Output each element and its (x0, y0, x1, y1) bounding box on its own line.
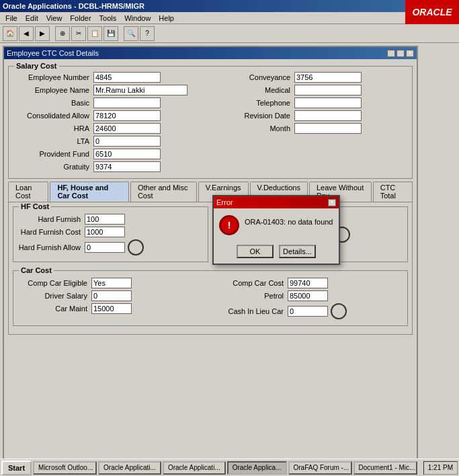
tab-hf-house-car[interactable]: HF, House and Car Cost (50, 182, 129, 202)
hra-input[interactable] (93, 123, 161, 134)
gratuity-input[interactable] (93, 161, 161, 172)
car-maint-row: Car Maint (17, 303, 207, 314)
telephone-input[interactable] (294, 97, 362, 108)
menu-edit[interactable]: Edit (22, 13, 42, 23)
start-button[interactable]: Start (1, 461, 32, 475)
taskbar-item-0[interactable]: Microsoft Outloo... (33, 461, 97, 475)
left-col: Employee Number Employee Name Basic Cons… (13, 72, 207, 174)
hra-label: HRA (13, 124, 93, 132)
lta-input[interactable] (93, 136, 161, 147)
menu-help[interactable]: Help (155, 13, 178, 23)
car-maint-input[interactable] (91, 303, 132, 314)
comp-car-eligible-label: Comp Car Eligible (17, 279, 91, 287)
medical-input[interactable] (294, 85, 362, 95)
menu-window[interactable]: Window (120, 13, 155, 23)
taskbar-item-2[interactable]: Oracle Applicati... (163, 461, 226, 475)
menu-view[interactable]: View (42, 13, 67, 23)
hard-furnish-cost-input[interactable] (85, 227, 125, 237)
cash-in-lieu-car-input[interactable] (288, 306, 328, 317)
hard-furnish-allow-input[interactable] (85, 242, 125, 253)
menu-file[interactable]: File (1, 13, 22, 23)
driver-salary-input[interactable] (91, 290, 132, 301)
conveyance-input[interactable] (294, 72, 362, 83)
taskbar-item-1[interactable]: Oracle Applicati... (98, 461, 161, 475)
lta-label: LTA (13, 137, 93, 145)
telephone-row: Telephone (214, 97, 408, 108)
taskbar-item-label-3: Oracle Applica... (233, 464, 282, 471)
revision-date-row: Revision Date (214, 110, 408, 121)
tab-ctc-total[interactable]: CTC Total (373, 182, 413, 202)
taskbar-item-label-5: Document1 - Mic... (359, 464, 415, 471)
window-title-text: Employee CTC Cost Details (7, 49, 99, 57)
employee-number-label: Employee Number (13, 73, 93, 81)
hard-furnish-cost-row: Hard Furnish Cost (17, 227, 204, 237)
car-left-col: Comp Car Eligible Driver Salary Car Main… (17, 278, 207, 321)
menu-bar: File Edit View Folder Tools Window Help (0, 12, 459, 24)
telephone-label: Telephone (214, 99, 294, 107)
win-close[interactable]: ✕ (406, 50, 414, 57)
toolbar-btn-1[interactable]: 🏠 (3, 26, 17, 41)
modal-close-btn[interactable]: ✕ (328, 199, 336, 206)
car-maint-label: Car Maint (17, 305, 91, 313)
hard-furnish-input[interactable] (85, 214, 125, 225)
toolbar-btn-4[interactable]: ⊕ (55, 26, 70, 41)
hf-cost-section: HF Cost Hard Furnish Hard Furnish Cost H… (13, 206, 208, 262)
employee-number-row: Employee Number (13, 72, 207, 83)
modal-title-bar: Error ✕ (214, 196, 339, 208)
lta-row: LTA (13, 136, 207, 147)
car-cost-title: Car Cost (19, 266, 54, 274)
comp-car-cost-input[interactable] (288, 278, 328, 288)
comp-car-eligible-input[interactable] (91, 278, 132, 288)
toolbar-btn-9[interactable]: ? (140, 26, 155, 41)
menu-folder[interactable]: Folder (66, 13, 95, 23)
error-icon: ! (219, 215, 239, 235)
main-window: Employee CTC Cost Details - □ ✕ Salary C… (3, 46, 418, 463)
consolidated-allow-input[interactable] (93, 110, 161, 121)
month-row: Month (214, 123, 408, 134)
basic-row: Basic (13, 97, 207, 108)
error-modal: Error ✕ ! ORA-01403: no data found OK De… (212, 195, 340, 265)
toolbar-btn-3[interactable]: ▶ (35, 26, 50, 41)
menu-tools[interactable]: Tools (95, 13, 121, 23)
employee-number-input[interactable] (93, 72, 161, 83)
provident-fund-row: Provident Fund (13, 149, 207, 159)
hard-furnish-allow-label: Hard Furnish Allow (17, 243, 85, 251)
comp-car-cost-row: Comp Car Cost (214, 278, 403, 288)
provident-fund-input[interactable] (93, 149, 161, 159)
toolbar-btn-6[interactable]: 📋 (87, 26, 102, 41)
salary-cost-section: Salary Cost Employee Number Employee Nam… (8, 66, 413, 179)
petrol-row: Petrol (214, 290, 403, 301)
conveyance-row: Conveyance (214, 72, 408, 83)
tabs-bar: Loan Cost HF, House and Car Cost Other a… (8, 182, 413, 202)
employee-name-row: Employee Name (13, 85, 207, 95)
modal-buttons: OK Details... (214, 242, 339, 264)
petrol-input[interactable] (288, 290, 328, 301)
window-title-buttons: - □ ✕ (387, 50, 414, 57)
petrol-label: Petrol (214, 292, 288, 300)
taskbar-item-3[interactable]: Oracle Applica... (227, 461, 287, 475)
month-input[interactable] (294, 123, 362, 134)
tab-other-misc[interactable]: Other and Misc Cost (130, 182, 197, 202)
driver-salary-row: Driver Salary (17, 290, 207, 301)
hard-furnish-label: Hard Furnish (17, 215, 85, 223)
basic-input[interactable] (93, 97, 161, 108)
taskbar-item-5[interactable]: Document1 - Mic... (353, 461, 417, 475)
conveyance-label: Conveyance (214, 73, 294, 81)
ok-button[interactable]: OK (237, 245, 274, 258)
toolbar-btn-8[interactable]: 🔍 (124, 26, 138, 41)
title-bar: Oracle Applications - DCBL-HRMS/MIGR _ □… (0, 0, 459, 12)
hf-cost-title: HF Cost (19, 202, 51, 210)
taskbar-item-4[interactable]: OraFAQ Forum -... (288, 461, 352, 475)
employee-name-input[interactable] (93, 85, 187, 95)
toolbar-btn-2[interactable]: ◀ (19, 26, 34, 41)
revision-date-input[interactable] (294, 110, 362, 121)
toolbar-btn-5[interactable]: ✂ (71, 26, 86, 41)
tab-loan-cost[interactable]: Loan Cost (8, 182, 48, 202)
toolbar-btn-7[interactable]: 💾 (103, 26, 118, 41)
modal-title-text: Error (216, 198, 233, 206)
hra-row: HRA (13, 123, 207, 134)
win-maximize[interactable]: □ (397, 50, 405, 57)
month-label: Month (214, 124, 294, 132)
details-button[interactable]: Details... (279, 245, 316, 258)
win-minimize[interactable]: - (387, 50, 395, 57)
